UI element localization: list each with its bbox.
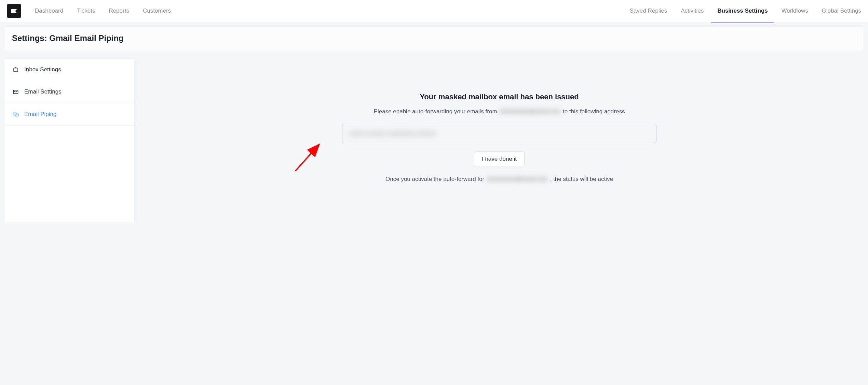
nav-dashboard[interactable]: Dashboard bbox=[35, 0, 63, 22]
main-panel: Your masked mailbox email has been issue… bbox=[135, 58, 864, 222]
top-navigation: Dashboard Tickets Reports Customers Save… bbox=[0, 0, 868, 22]
nav-activities[interactable]: Activities bbox=[681, 0, 704, 22]
sidebar-item-label: Email Settings bbox=[24, 88, 62, 95]
nav-workflows[interactable]: Workflows bbox=[782, 0, 808, 22]
masked-mailbox-field[interactable]: xxxxxx.xxxxxxx.xxxxxxxxxx.xxxxxxx bbox=[342, 124, 656, 143]
annotation-arrow bbox=[292, 140, 326, 174]
svg-line-5 bbox=[295, 144, 319, 171]
app-logo[interactable] bbox=[7, 4, 21, 18]
subtext-blurred-email: xxxxxxxxxx@xxxxx.xxx bbox=[499, 108, 561, 115]
panel-footer-text: Once you activate the auto-forward for x… bbox=[342, 176, 656, 183]
panel-subtext: Please enable auto-forwarding your email… bbox=[342, 108, 656, 115]
i-have-done-it-button[interactable]: I have done it bbox=[474, 151, 525, 167]
subtext-suffix: to this following address bbox=[563, 108, 625, 115]
footer-prefix: Once you activate the auto-forward for bbox=[385, 176, 486, 182]
subtext-prefix: Please enable auto-forwarding your email… bbox=[374, 108, 499, 115]
panel-heading: Your masked mailbox email has been issue… bbox=[342, 92, 656, 101]
nav-reports[interactable]: Reports bbox=[109, 0, 129, 22]
mail-icon bbox=[13, 89, 19, 95]
footer-blurred-email: xxxxxxxxxx@xxxxx.xxx bbox=[486, 176, 548, 182]
sidebar-item-email-piping[interactable]: Email Piping bbox=[4, 103, 134, 126]
content-wrap: Inbox Settings Email Settings Email Pipi… bbox=[4, 58, 864, 222]
page-container: Settings: Gmail Email Piping Inbox Setti… bbox=[0, 22, 868, 226]
nav-tickets[interactable]: Tickets bbox=[77, 0, 95, 22]
pipe-icon bbox=[13, 111, 19, 117]
page-title: Settings: Gmail Email Piping bbox=[12, 33, 856, 43]
sidebar-item-inbox-settings[interactable]: Inbox Settings bbox=[4, 59, 134, 81]
inbox-icon bbox=[13, 67, 19, 73]
page-header: Settings: Gmail Email Piping bbox=[4, 26, 864, 50]
nav-left-group: Dashboard Tickets Reports Customers bbox=[35, 0, 171, 22]
nav-saved-replies[interactable]: Saved Replies bbox=[630, 0, 667, 22]
nav-customers[interactable]: Customers bbox=[143, 0, 171, 22]
sidebar-item-email-settings[interactable]: Email Settings bbox=[4, 81, 134, 103]
sidebar-item-label: Inbox Settings bbox=[24, 66, 61, 73]
nav-right-group: Saved Replies Activities Business Settin… bbox=[630, 0, 861, 22]
nav-global-settings[interactable]: Global Settings bbox=[822, 0, 861, 22]
sidebar-item-label: Email Piping bbox=[24, 111, 57, 118]
footer-suffix: , the status will be active bbox=[550, 176, 613, 182]
nav-business-settings[interactable]: Business Settings bbox=[717, 0, 768, 22]
svg-rect-0 bbox=[14, 68, 18, 72]
panel-inner: Your masked mailbox email has been issue… bbox=[342, 92, 656, 183]
settings-sidebar: Inbox Settings Email Settings Email Pipi… bbox=[4, 58, 135, 222]
logo-icon bbox=[10, 7, 18, 15]
masked-mailbox-value: xxxxxx.xxxxxxx.xxxxxxxxxx.xxxxxxx bbox=[349, 130, 649, 137]
